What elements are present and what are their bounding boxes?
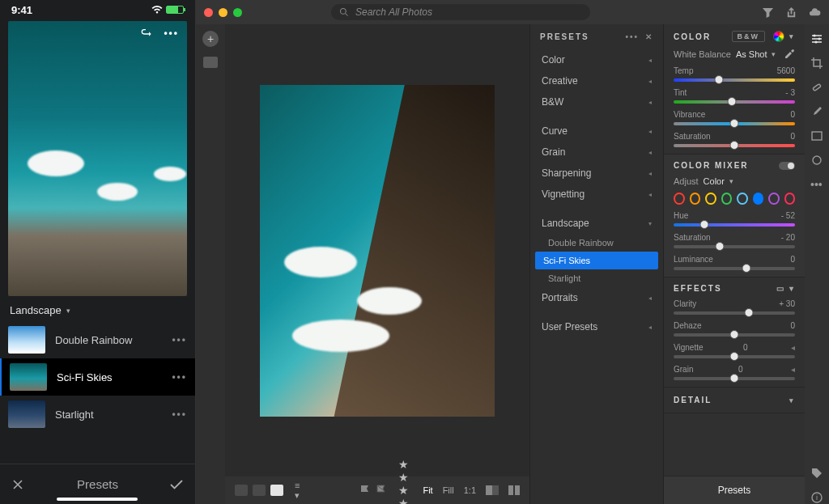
- rating-stars[interactable]: ★ ★ ★ ★ ★: [398, 458, 411, 504]
- ratio-button[interactable]: 1:1: [464, 485, 476, 495]
- status-bar: 9:41: [0, 0, 195, 18]
- radial-gradient-icon[interactable]: [810, 154, 823, 167]
- share-icon[interactable]: [785, 6, 797, 19]
- more-icon[interactable]: •••: [172, 409, 187, 420]
- hue-slider[interactable]: Hue- 52: [674, 211, 795, 227]
- preset-item[interactable]: Starlight: [530, 269, 663, 287]
- info-icon[interactable]: i: [810, 491, 823, 504]
- add-photo-icon[interactable]: +: [202, 31, 219, 47]
- minimize-window-icon[interactable]: [219, 8, 227, 17]
- more-tools-icon[interactable]: •••: [810, 178, 823, 191]
- preset-group[interactable]: Curve◂: [530, 121, 663, 142]
- presets-footer-button[interactable]: Presets: [664, 476, 805, 504]
- swatch-green[interactable]: [721, 193, 733, 205]
- preset-group-landscape[interactable]: Landscape▾: [530, 213, 663, 234]
- more-icon[interactable]: •••: [172, 371, 187, 383]
- close-presets-icon[interactable]: ✕: [645, 32, 653, 41]
- swatch-purple[interactable]: [768, 193, 780, 205]
- chevron-down-icon[interactable]: ▾: [772, 50, 776, 58]
- close-window-icon[interactable]: [204, 8, 213, 17]
- preset-group[interactable]: Grain◂: [530, 142, 663, 163]
- edit-sliders-icon[interactable]: [810, 32, 823, 45]
- saturation-slider[interactable]: Saturation0: [674, 132, 795, 147]
- grid-view-icon[interactable]: [235, 485, 248, 496]
- preset-group[interactable]: Portraits◂: [530, 287, 663, 308]
- presets-more-icon[interactable]: •••: [625, 32, 639, 41]
- swatch-red[interactable]: [674, 193, 685, 205]
- tag-icon[interactable]: [810, 467, 823, 480]
- mobile-preset-list: Double Rainbow ••• Sci-Fi Skies ••• Star…: [0, 321, 195, 464]
- preset-group[interactable]: Color◂: [530, 49, 663, 70]
- preset-group[interactable]: Sharpening◂: [530, 163, 663, 184]
- redo-icon[interactable]: [139, 28, 152, 40]
- collapse-icon: ◂: [648, 170, 652, 177]
- svg-rect-9: [813, 83, 821, 91]
- preset-name: Starlight: [55, 409, 162, 421]
- swatch-blue[interactable]: [753, 193, 764, 205]
- photo-canvas[interactable]: [225, 24, 529, 476]
- preset-row[interactable]: Starlight •••: [0, 396, 195, 433]
- search-placeholder: Search All Photos: [355, 6, 432, 18]
- heal-icon[interactable]: [810, 81, 823, 94]
- cloud-icon[interactable]: [809, 6, 821, 19]
- eyedropper-icon[interactable]: [784, 49, 795, 60]
- preset-group[interactable]: Creative◂: [530, 70, 663, 91]
- original-icon[interactable]: [508, 485, 520, 495]
- preset-group[interactable]: User Presets◂: [530, 316, 663, 337]
- reject-icon[interactable]: [376, 485, 387, 496]
- close-icon[interactable]: [11, 478, 24, 491]
- swatch-aqua[interactable]: [737, 193, 748, 205]
- maximize-window-icon[interactable]: [233, 8, 242, 17]
- vibrance-slider[interactable]: Vibrance0: [674, 110, 795, 125]
- bw-toggle[interactable]: B&W: [732, 31, 766, 42]
- chevron-down-icon[interactable]: ▾: [789, 32, 795, 40]
- effects-menu-icon[interactable]: ▭ ▾: [776, 284, 795, 293]
- linear-gradient-icon[interactable]: [810, 129, 823, 142]
- grain-slider[interactable]: Grain0◂: [674, 365, 795, 380]
- search-input[interactable]: Search All Photos: [331, 4, 590, 20]
- svg-line-1: [345, 14, 347, 16]
- temp-slider[interactable]: Temp5600: [674, 66, 795, 82]
- collapse-icon: ◂: [648, 57, 652, 64]
- preset-group[interactable]: B&W◂: [530, 91, 663, 112]
- swatch-yellow[interactable]: [705, 193, 716, 205]
- fit-button[interactable]: Fit: [423, 485, 432, 495]
- confirm-icon[interactable]: [169, 479, 184, 490]
- brush-icon[interactable]: [810, 105, 823, 118]
- preset-item-selected[interactable]: Sci-Fi Skies: [535, 252, 658, 269]
- vignette-slider[interactable]: Vignette0◂: [674, 343, 795, 358]
- filter-icon[interactable]: [762, 6, 774, 19]
- more-icon[interactable]: •••: [164, 28, 179, 40]
- mixer-saturation-slider[interactable]: Saturation- 20: [674, 233, 795, 248]
- dehaze-slider[interactable]: Dehaze0: [674, 321, 795, 337]
- whitebalance-value[interactable]: As Shot: [736, 49, 767, 59]
- before-after-icon[interactable]: [486, 485, 499, 495]
- detail-section[interactable]: DETAIL ▾: [664, 388, 805, 413]
- color-profile-icon[interactable]: [773, 31, 784, 42]
- chevron-down-icon[interactable]: ▾: [729, 177, 733, 185]
- fill-button[interactable]: Fill: [443, 485, 454, 495]
- preset-row[interactable]: Double Rainbow •••: [0, 321, 195, 358]
- clarity-slider[interactable]: Clarity+ 30: [674, 299, 795, 315]
- color-title: COLOR: [674, 32, 711, 41]
- swatch-magenta[interactable]: [784, 193, 796, 205]
- mobile-photo[interactable]: •••: [8, 21, 187, 296]
- preset-category-selector[interactable]: Landscape ▾: [0, 296, 195, 321]
- tint-slider[interactable]: Tint- 3: [674, 88, 795, 104]
- collapse-icon: ◂: [648, 191, 652, 198]
- adjust-value[interactable]: Color: [704, 176, 725, 186]
- luminance-slider[interactable]: Luminance0: [674, 255, 795, 270]
- preset-group[interactable]: Vignetting◂: [530, 184, 663, 205]
- detail-view-icon[interactable]: [270, 485, 283, 496]
- compare-view-icon[interactable]: [253, 485, 266, 496]
- preset-item[interactable]: Double Rainbow: [530, 234, 663, 252]
- preset-row[interactable]: Sci-Fi Skies •••: [0, 358, 195, 396]
- flag-icon[interactable]: [359, 485, 371, 496]
- sort-icon[interactable]: ≡ ▾: [295, 481, 300, 501]
- window-controls[interactable]: [204, 8, 242, 17]
- crop-icon[interactable]: [810, 57, 823, 70]
- swatch-orange[interactable]: [690, 193, 701, 205]
- filmstrip-icon[interactable]: [203, 57, 218, 68]
- mixer-toggle[interactable]: [779, 162, 795, 170]
- more-icon[interactable]: •••: [172, 334, 187, 345]
